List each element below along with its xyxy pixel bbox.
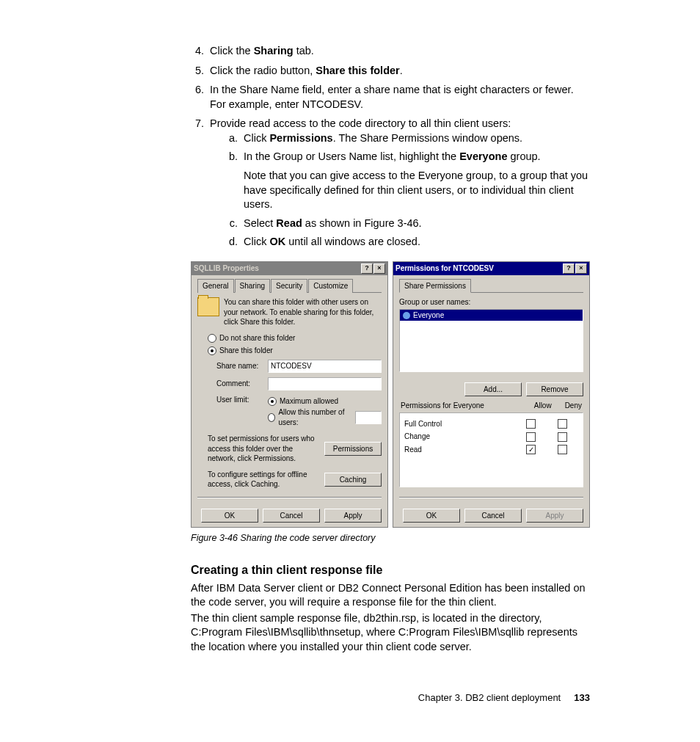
allow-checkbox[interactable]: [526, 432, 536, 442]
step-5-pre: Click the radio button,: [210, 65, 316, 76]
cancel-button[interactable]: Cancel: [464, 509, 522, 523]
comment-label: Comment:: [216, 379, 263, 389]
step-7b: In the Group or Users Name list, highlig…: [241, 150, 590, 211]
dialog-titlebar: SQLLIB Properties ? ×: [192, 262, 387, 275]
radio-label: Maximum allowed: [280, 396, 338, 407]
radio-label: Allow this number of users:: [278, 407, 352, 427]
step-6: In the Share Name field, enter a share n…: [207, 83, 590, 112]
permissions-header: Permissions for Everyone Allow Deny: [401, 401, 582, 411]
permissions-text: To set permissions for users who access …: [208, 434, 320, 464]
add-remove-row: Add... Remove: [399, 377, 583, 397]
step-7c-bold: Read: [276, 217, 302, 229]
deny-checkbox[interactable]: [558, 445, 567, 454]
dialog-title: Permissions for NTCODESV: [395, 263, 494, 274]
caching-button[interactable]: Caching: [324, 473, 382, 487]
permissions-for-label: Permissions for Everyone: [401, 401, 484, 411]
share-name-row: Share name:: [216, 360, 382, 373]
radio-max-allowed[interactable]: Maximum allowed: [268, 396, 382, 407]
group-names-label: Group or user names:: [399, 297, 583, 308]
tab-customize[interactable]: Customize: [308, 279, 353, 294]
radio-share-folder[interactable]: Share this folder: [208, 346, 382, 356]
step-7c-post: as shown in Figure 3-46.: [302, 217, 422, 229]
ok-button[interactable]: OK: [201, 509, 258, 523]
step-5-bold: Share this folder: [316, 65, 399, 76]
radio-allow-number[interactable]: Allow this number of users:: [268, 407, 382, 427]
document-page: Click the Sharing tab. Click the radio b…: [0, 0, 700, 733]
footer-page-number: 133: [574, 692, 590, 703]
allow-checkbox[interactable]: [526, 419, 536, 429]
remove-button[interactable]: Remove: [526, 382, 583, 397]
step-7: Provide read access to the code director…: [207, 117, 590, 250]
apply-button[interactable]: Apply: [324, 509, 382, 523]
dialog-body: General Sharing Security Customize You c…: [192, 275, 387, 528]
help-icon[interactable]: ?: [361, 263, 373, 274]
dialog-body: Share Permissions Group or user names: E…: [393, 275, 589, 528]
list-item-label: Everyone: [413, 310, 444, 321]
sharing-info-text: You can share this folder with other use…: [224, 297, 382, 327]
user-count-spinner[interactable]: [355, 411, 382, 424]
tab-strip: Share Permissions: [399, 278, 583, 294]
radio-label: Do not share this folder: [219, 333, 295, 343]
step-4-bold: Sharing: [254, 45, 294, 57]
radio-icon: [268, 413, 275, 422]
apply-button[interactable]: Apply: [526, 509, 583, 523]
comment-input[interactable]: [268, 377, 382, 390]
substeps-list: Click Permissions. The Share Permissions…: [210, 131, 590, 250]
group-icon: [403, 312, 410, 319]
deny-checkbox[interactable]: [558, 432, 567, 442]
figure-caption: Figure 3-46 Sharing the code server dire…: [191, 532, 590, 545]
deny-checkbox[interactable]: [558, 419, 567, 429]
step-7d-bold: OK: [269, 236, 285, 247]
section-heading: Creating a thin client response file: [191, 562, 590, 578]
perm-change: Change: [404, 432, 578, 442]
main-steps-list: Click the Sharing tab. Click the radio b…: [191, 44, 590, 250]
tab-share-permissions[interactable]: Share Permissions: [399, 279, 471, 294]
tab-general[interactable]: General: [197, 279, 234, 294]
step-7b-note: Note that you can give access to the Eve…: [244, 169, 590, 212]
step-7c: Select Read as shown in Figure 3-46.: [241, 217, 590, 231]
figure-3-46: SQLLIB Properties ? × General Sharing Se…: [191, 261, 590, 528]
sqllib-properties-dialog: SQLLIB Properties ? × General Sharing Se…: [191, 261, 388, 528]
perm-name: Change: [404, 432, 515, 442]
dialog-title: SQLLIB Properties: [194, 263, 259, 274]
allow-checkbox[interactable]: [526, 445, 536, 454]
permissions-button[interactable]: Permissions: [324, 442, 382, 457]
step-7d-post: until all windows are closed.: [285, 236, 420, 247]
close-icon[interactable]: ×: [373, 263, 385, 274]
ok-button[interactable]: OK: [403, 509, 460, 523]
step-5: Click the radio button, Share this folde…: [207, 64, 590, 79]
perm-name: Full Control: [404, 419, 515, 429]
tab-sharing[interactable]: Sharing: [235, 279, 270, 294]
tab-strip: General Sharing Security Customize: [197, 278, 382, 294]
caching-text: To configure settings for offline access…: [208, 470, 320, 490]
close-icon[interactable]: ×: [575, 263, 587, 274]
caching-row: To configure settings for offline access…: [208, 470, 382, 490]
cancel-button[interactable]: Cancel: [263, 509, 320, 523]
body-paragraph-2: The thin client sample response file, db…: [191, 611, 590, 655]
share-name-label: Share name:: [216, 361, 263, 371]
step-7d: Click OK until all windows are closed.: [241, 235, 590, 250]
share-name-input[interactable]: [268, 360, 382, 373]
radio-do-not-share[interactable]: Do not share this folder: [208, 333, 382, 343]
step-7a-post: . The Share Permissions window opens.: [333, 132, 522, 144]
step-7a-pre: Click: [244, 132, 269, 144]
dialog-button-row: OK Cancel Apply: [197, 503, 382, 523]
list-item-everyone[interactable]: Everyone: [400, 310, 583, 321]
step-7-text: Provide read access to the code director…: [210, 117, 511, 129]
radio-icon: [208, 346, 216, 355]
step-7a: Click Permissions. The Share Permissions…: [241, 131, 590, 146]
comment-row: Comment:: [216, 377, 382, 390]
step-4: Click the Sharing tab.: [207, 44, 590, 59]
step-5-post: .: [400, 65, 403, 76]
step-7b-pre: In the Group or Users Name list, highlig…: [244, 150, 459, 162]
perm-name: Read: [404, 445, 515, 455]
page-footer: Chapter 3. DB2 client deployment 133: [191, 691, 590, 705]
sharing-info: You can share this folder with other use…: [197, 297, 382, 327]
add-button[interactable]: Add...: [464, 382, 522, 397]
user-list[interactable]: Everyone: [399, 309, 583, 372]
step-4-post: tab.: [294, 45, 314, 57]
tab-security[interactable]: Security: [271, 279, 307, 294]
help-icon[interactable]: ?: [563, 263, 575, 274]
body-paragraph-1: After IBM Data Server client or DB2 Conn…: [191, 581, 590, 610]
dialog-button-row: OK Cancel Apply: [399, 503, 583, 523]
